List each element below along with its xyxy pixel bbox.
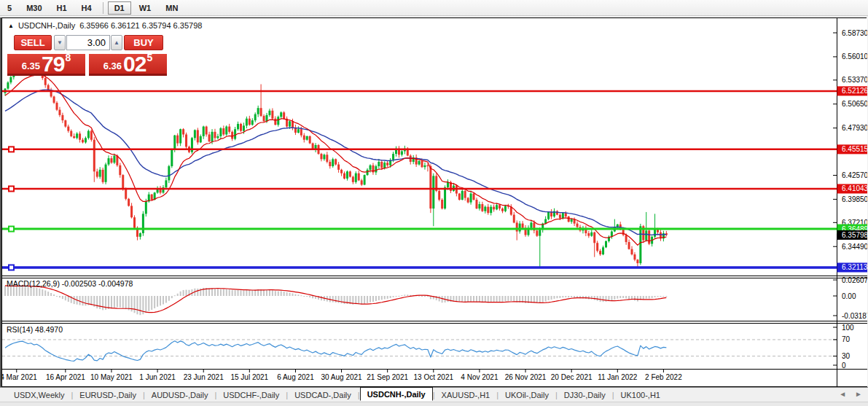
svg-text:0.00: 0.00: [842, 292, 856, 300]
chart-window: 6.587306.560106.533706.506506.479306.425…: [1, 17, 867, 387]
chart-tab-eurusd-daily[interactable]: EURUSD-,Daily: [73, 389, 143, 401]
svg-text:1 Jun 2021: 1 Jun 2021: [139, 373, 176, 381]
svg-text:0: 0: [842, 362, 846, 370]
svg-text:4 Nov 2021: 4 Nov 2021: [461, 373, 498, 381]
timeframe-button-d1[interactable]: D1: [108, 1, 131, 15]
svg-text:16 Apr 2021: 16 Apr 2021: [46, 373, 85, 381]
timeframe-button-h1[interactable]: H1: [50, 1, 74, 15]
bid-price-pipette: 8: [65, 52, 71, 63]
svg-text:6.45515: 6.45515: [842, 145, 867, 153]
bid-quote-box[interactable]: 6.35 79 8: [7, 54, 85, 76]
svg-text:6.58730: 6.58730: [842, 29, 867, 37]
chart-tab-usdcad-daily[interactable]: USDCAD-,Daily: [288, 389, 358, 401]
bottom-strip: [0, 402, 868, 406]
chart-ohlc-values: 6.35966 6.36121 6.35794 6.35798: [79, 21, 202, 30]
svg-text:6.42570: 6.42570: [842, 171, 867, 179]
tab-scroll-left-icon[interactable]: ◄: [839, 390, 846, 398]
svg-text:6.53370: 6.53370: [842, 76, 867, 84]
svg-text:30: 30: [842, 352, 851, 360]
chart-tab-usdx-weekly[interactable]: USDX,Weekly: [7, 389, 71, 401]
svg-text:10 May 2021: 10 May 2021: [90, 373, 133, 381]
svg-text:30 Aug 2021: 30 Aug 2021: [321, 373, 362, 381]
ask-price-big: 02: [123, 55, 146, 74]
svg-text:6.50650: 6.50650: [842, 100, 867, 108]
svg-text:26 Nov 2021: 26 Nov 2021: [505, 373, 547, 381]
chart-tab-xauusd-h1[interactable]: XAUUSD-,H1: [435, 389, 497, 401]
svg-text:MACD(12,26,9) -0.002503 -0.004: MACD(12,26,9) -0.002503 -0.004978: [7, 279, 133, 288]
one-click-trade-panel: SELL ▼ 3.00 ▲ BUY 6.35 79 8 6.36 02 5: [7, 34, 168, 77]
timeframe-button-m30[interactable]: M30: [20, 1, 48, 15]
svg-text:23 Jun 2021: 23 Jun 2021: [184, 373, 224, 381]
timeframe-button-w1[interactable]: W1: [133, 1, 158, 15]
bid-price-prefix: 6.35: [22, 60, 40, 71]
svg-text:6.47930: 6.47930: [842, 124, 867, 132]
volume-spin-up-button[interactable]: ▲: [111, 35, 122, 50]
svg-text:-0.03187: -0.03187: [842, 312, 867, 320]
timeframe-button-5[interactable]: 5: [1, 1, 18, 15]
svg-text:2 Feb 2022: 2 Feb 2022: [645, 373, 682, 381]
sell-button[interactable]: SELL: [14, 35, 52, 50]
svg-text:11 Jan 2022: 11 Jan 2022: [598, 373, 638, 381]
timeframe-toolbar: 5M30H1H4D1W1MN: [0, 0, 868, 16]
svg-text:0.02607: 0.02607: [842, 276, 867, 284]
chart-symbol-period: USDCNH-,Daily: [18, 21, 75, 30]
bid-price-big: 79: [42, 55, 64, 74]
svg-text:21 Sep 2021: 21 Sep 2021: [367, 373, 408, 381]
chart-tab-audusd-daily[interactable]: AUDUSD-,Daily: [145, 389, 215, 401]
ask-price-prefix: 6.36: [103, 60, 122, 71]
chart-tab-uk100-h1[interactable]: UK100-,H1: [614, 389, 667, 401]
svg-text:13 Oct 2021: 13 Oct 2021: [414, 373, 454, 381]
svg-text:24 Mar 2021: 24 Mar 2021: [2, 373, 37, 381]
volume-spin-down-button[interactable]: ▼: [54, 35, 66, 50]
tab-scroll-right-icon[interactable]: ►: [855, 390, 862, 398]
svg-text:6.41043: 6.41043: [842, 184, 867, 192]
ask-price-pipette: 5: [146, 52, 152, 63]
ask-quote-box[interactable]: 6.36 02 5: [89, 54, 167, 76]
chart-title: ▲ USDCNH-,Daily 6.35966 6.36121 6.35794 …: [8, 21, 202, 30]
svg-text:100: 100: [842, 324, 854, 332]
timeframe-button-h4[interactable]: H4: [75, 1, 98, 15]
trade-panel-row: SELL ▼ 3.00 ▲ BUY: [7, 34, 168, 52]
symbol-tabbar: USDX,Weekly|EURUSD-,Daily|AUDUSD-,Daily|…: [0, 387, 868, 402]
svg-text:6.34490: 6.34490: [842, 243, 867, 251]
chart-tab-ukoil-daily[interactable]: UKOil-,Daily: [498, 389, 555, 401]
svg-text:6.56010: 6.56010: [842, 52, 867, 60]
mt4-workspace: 5M30H1H4D1W1MN 6.587306.560106.533706.50…: [0, 0, 868, 406]
svg-text:20 Dec 2021: 20 Dec 2021: [551, 373, 593, 381]
svg-text:70: 70: [842, 335, 851, 343]
buy-button[interactable]: BUY: [124, 35, 163, 50]
toolbar-separator: [103, 2, 103, 14]
timeframe-button-mn[interactable]: MN: [159, 1, 184, 15]
svg-text:6 Aug 2021: 6 Aug 2021: [277, 373, 314, 381]
svg-text:6.39850: 6.39850: [842, 195, 867, 203]
svg-text:6.35798: 6.35798: [842, 231, 867, 239]
collapse-arrow-icon[interactable]: ▲: [8, 23, 14, 29]
spin-down-icon: ▼: [57, 39, 63, 46]
svg-text:RSI(14) 48.4970: RSI(14) 48.4970: [7, 325, 63, 334]
chart-tab-dj30-daily[interactable]: DJ30-,Daily: [558, 389, 612, 401]
volume-input[interactable]: 3.00: [66, 35, 110, 50]
svg-text:6.52126: 6.52126: [842, 87, 867, 95]
chart-tab-usdcnh-daily[interactable]: USDCNH-,Daily: [360, 387, 433, 401]
tab-scroll-arrows: ◄►: [839, 390, 862, 398]
chart-tab-usdchf-daily[interactable]: USDCHF-,Daily: [216, 389, 286, 401]
svg-text:15 Jul 2021: 15 Jul 2021: [230, 373, 268, 381]
svg-text:6.32113: 6.32113: [842, 263, 867, 271]
spin-up-icon: ▲: [114, 39, 120, 46]
